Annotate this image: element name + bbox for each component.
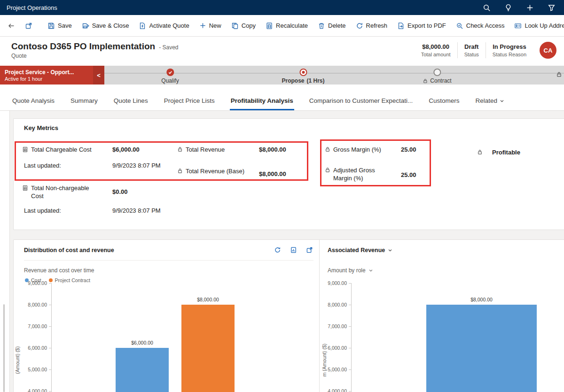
- chart-actions: [273, 246, 313, 254]
- export-pdf-icon: [397, 22, 405, 30]
- y-tick-label: 8,000.00: [321, 302, 347, 307]
- y-tick-label: 5,000.00: [20, 367, 47, 372]
- y-tick-mark: [49, 326, 51, 327]
- refresh-button[interactable]: Refresh: [351, 19, 392, 33]
- chart-header: Distribution of cost and revenue: [24, 240, 313, 261]
- report-icon[interactable]: [289, 246, 298, 254]
- save-and-close-button[interactable]: Save & Close: [77, 19, 134, 33]
- tab-comparison-to-customer-expectations[interactable]: Comparison to Customer Expectati...: [308, 97, 414, 110]
- recalculate-icon: [266, 22, 273, 30]
- bpf-stage-propose[interactable]: Propose (1 Hrs): [282, 66, 324, 84]
- avatar[interactable]: CA: [540, 42, 556, 59]
- field-last-updated: Last updated:: [24, 207, 61, 215]
- field-total-non-chargeable-cost: Total Non-chargeable Cost: [22, 184, 100, 200]
- tab-quote-lines[interactable]: Quote Lines: [113, 97, 149, 110]
- refresh-icon[interactable]: [273, 246, 282, 254]
- check-access-button[interactable]: Check Access: [451, 19, 509, 33]
- calculator-icon: [22, 185, 28, 191]
- field-profitable: Profitable: [477, 149, 520, 157]
- gross-margin-value: 25.00: [401, 146, 416, 153]
- chart-subtitle: Revenue and cost over time: [24, 267, 94, 274]
- lookup-address-icon: [514, 22, 522, 30]
- y-tick-label: 7,000.00: [20, 323, 47, 329]
- bpf-stage-contract[interactable]: Contract: [423, 66, 451, 84]
- calculator-icon: [22, 146, 28, 153]
- tab-summary[interactable]: Summary: [70, 97, 99, 110]
- copy-button[interactable]: Copy: [227, 19, 260, 33]
- chart-view-selector[interactable]: Amount by role: [328, 267, 373, 274]
- popout-button[interactable]: [20, 19, 37, 33]
- bar-project-contract[interactable]: [181, 305, 235, 392]
- chevron-down-icon: [500, 99, 504, 103]
- filter-icon[interactable]: [545, 1, 557, 14]
- y-tick-label: 8,000.00: [20, 302, 47, 307]
- y-tick-mark: [49, 348, 51, 348]
- tab-quote-analysis[interactable]: Quote Analysis: [11, 97, 55, 110]
- bar-value-label: $8,000.00: [172, 297, 244, 302]
- bpf-stage-qualify[interactable]: Qualify: [161, 66, 179, 84]
- activate-quote-button[interactable]: Activate Quote: [134, 19, 194, 33]
- lightbulb-icon[interactable]: [502, 1, 514, 14]
- chevron-down-icon: [388, 248, 392, 253]
- total-non-chargeable-cost-value: $0.00: [112, 188, 128, 195]
- bar-chart-cost-revenue: 9,000.008,000.007,000.006,000.005,000.00…: [14, 281, 319, 392]
- lock-icon: [325, 146, 330, 152]
- copy-icon: [231, 22, 239, 30]
- y-tick-mark: [49, 391, 51, 392]
- popout-icon[interactable]: [305, 246, 313, 254]
- total-revenue-value: $8,000.00: [259, 146, 286, 153]
- stage-active-icon: [299, 69, 307, 76]
- y-tick-label: 4,000.00: [321, 388, 347, 392]
- lock-icon: [177, 146, 183, 152]
- record-title-block: Contoso D365 PO Implementation - Saved Q…: [11, 41, 179, 59]
- bar-amount[interactable]: [426, 305, 537, 392]
- y-tick-label: 7,000.00: [321, 323, 347, 329]
- y-tick-mark: [49, 283, 51, 284]
- key-metrics-section: Key Metrics Total Chargeable Cost $6,000…: [13, 118, 564, 230]
- back-button[interactable]: [3, 19, 20, 33]
- bpf-active-stage-banner[interactable]: Project Service - Opport... Active for 1…: [0, 66, 93, 85]
- bpf-track: Qualify Propose (1 Hrs) Contract: [104, 66, 564, 85]
- tab-related[interactable]: Related: [475, 97, 506, 110]
- topbar-icons: [480, 1, 557, 14]
- refresh-icon: [356, 22, 363, 30]
- y-tick-mark: [349, 348, 351, 348]
- record-header: Contoso D365 PO Implementation - Saved Q…: [0, 37, 564, 66]
- bpf-collapse-chevron-icon[interactable]: <: [93, 66, 104, 85]
- tab-profitability-analysis[interactable]: Profitability Analysis: [230, 97, 294, 110]
- add-icon[interactable]: [524, 1, 536, 14]
- recalculate-button[interactable]: Recalculate: [261, 19, 313, 33]
- stage-complete-icon: [166, 69, 174, 76]
- export-pdf-button[interactable]: Export to PDF: [392, 19, 451, 33]
- bar-chart-associated-revenue: 9,000.008,000.007,000.006,000.005,000.00…: [320, 281, 564, 392]
- field-gross-margin: Gross Margin (%): [325, 146, 381, 154]
- scrollbar-thumb[interactable]: [3, 304, 5, 392]
- field-total-chargeable-cost: Total Chargeable Cost: [22, 146, 92, 154]
- delete-button[interactable]: Delete: [313, 19, 351, 33]
- bar-value-label: $6,000.00: [106, 340, 178, 346]
- chevron-down-icon: [368, 268, 373, 273]
- new-button[interactable]: New: [195, 19, 226, 32]
- stat-status-reason: In Progress Status Reason: [486, 42, 533, 58]
- check-access-icon: [456, 22, 463, 30]
- y-tick-label: 9,000.00: [321, 280, 347, 286]
- bar-value-label: $8,000.00: [417, 297, 546, 302]
- lookup-address-button[interactable]: Look Up Address: [509, 19, 564, 33]
- field-last-updated: Last updated:: [24, 162, 61, 170]
- tab-customers[interactable]: Customers: [428, 97, 460, 110]
- lock-icon: [177, 168, 183, 174]
- chart-title-dropdown[interactable]: Associated Revenue: [328, 247, 392, 254]
- bar-cost[interactable]: [116, 348, 169, 392]
- y-tick-mark: [349, 391, 351, 392]
- y-tick-mark: [49, 305, 51, 305]
- business-process-flow: Project Service - Opport... Active for 1…: [0, 66, 564, 85]
- chart-header: Associated Revenue: [328, 240, 561, 261]
- search-icon[interactable]: [480, 1, 493, 14]
- tab-project-price-lists[interactable]: Project Price Lists: [163, 97, 216, 110]
- save-button[interactable]: Save: [43, 19, 77, 33]
- associated-revenue-pane: Associated Revenue Amount by role m (Amo…: [320, 240, 564, 392]
- total-chargeable-cost-value: $6,000.00: [112, 146, 140, 153]
- y-tick-label: 6,000.00: [321, 345, 347, 351]
- last-updated-value: 9/9/2023 8:07 PM: [112, 207, 161, 214]
- header-summary-fields: $8,000.00 Total amount Draft Status In P…: [415, 42, 556, 59]
